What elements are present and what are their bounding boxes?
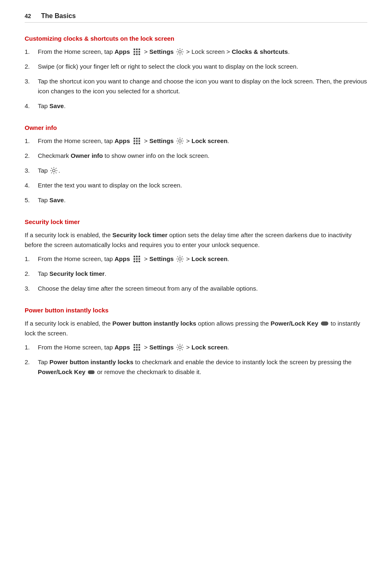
security-lock-timer-label: Security lock timer [49,270,104,277]
settings-label: Settings [150,137,174,144]
gear-icon [50,167,58,174]
settings-label: Settings [150,255,174,262]
settings-icon [176,344,184,351]
step-number: 3. [25,284,38,294]
power-lock-key-label: Power/Lock Key [38,368,85,375]
apps-grid [134,49,140,55]
apps-label: Apps [115,137,130,144]
step-number: 4. [25,180,38,190]
list-item: 3. Tap the shortcut icon you want to cha… [25,76,367,96]
list-item: 2. Tap Security lock timer. [25,269,367,279]
page-title: The Basics [41,12,76,20]
step-number: 1. [25,254,38,264]
settings-icon [176,255,184,263]
list-item: 1. From the Home screen, tap Apps > Sett… [25,47,367,57]
power-button-intro: If a security lock is enabled, the Power… [25,319,367,338]
page-number: 42 [25,13,35,19]
power-key-icon-small [88,370,95,374]
list-item: 5. Tap Save. [25,195,367,205]
section-security-lock-timer: Security lock timer If a security lock i… [25,218,367,294]
apps-icon [132,137,141,145]
step-content: Enter the text you want to display on th… [38,180,367,190]
svg-point-1 [179,140,181,142]
lock-clocks-shortcuts: Clocks & shortcuts [232,48,288,55]
save-label: Save [49,102,64,109]
steps-list-security: 1. From the Home screen, tap Apps > Sett… [25,254,367,294]
page-container: 42 The Basics Customizing clocks & short… [0,0,392,407]
step-content: Tap the shortcut icon you want to change… [38,76,367,96]
list-item: 2. Tap Power button instantly locks to c… [25,357,367,377]
lock-screen-label: Lock screen [191,255,228,262]
lock-screen-label: Lock screen [191,137,228,144]
section-title-owner-info: Owner info [25,124,367,131]
list-item: 2. Checkmark Owner info to show owner in… [25,151,367,161]
step-content: Tap Security lock timer. [38,269,367,279]
settings-label: Settings [150,344,174,351]
step-number: 2. [25,357,38,367]
list-item: 1. From the Home screen, tap Apps > Sett… [25,136,367,146]
step-content: Swipe (or flick) your finger left or rig… [38,62,367,72]
step-number: 3. [25,76,38,86]
apps-icon [132,48,141,55]
section-power-button: Power button instantly locks If a securi… [25,307,367,377]
steps-list-power: 1. From the Home screen, tap Apps > Sett… [25,342,367,377]
step-number: 5. [25,195,38,205]
section-customizing-clocks: Customizing clocks & shortcuts on the lo… [25,35,367,111]
step-content: Tap Save. [38,101,367,111]
step-number: 1. [25,342,38,352]
apps-label: Apps [115,344,130,351]
security-lock-timer-bold: Security lock timer [112,231,167,238]
list-item: 3. Tap . [25,166,367,176]
section-title-power-button: Power button instantly locks [25,307,367,314]
settings-label: Settings [150,48,174,55]
step-content: From the Home screen, tap Apps > Setting… [38,254,367,264]
svg-point-3 [179,258,181,260]
svg-point-4 [179,346,181,349]
steps-list-owner: 1. From the Home screen, tap Apps > Sett… [25,136,367,205]
step-number: 2. [25,151,38,161]
apps-label: Apps [115,255,130,262]
step-number: 3. [25,166,38,176]
power-button-locks-label: Power button instantly locks [49,358,133,365]
svg-point-2 [53,169,55,172]
step-number: 1. [25,47,38,57]
list-item: 1. From the Home screen, tap Apps > Sett… [25,254,367,264]
list-item: 4. Tap Save. [25,101,367,111]
section-owner-info: Owner info 1. From the Home screen, tap … [25,124,367,205]
steps-list-customizing: 1. From the Home screen, tap Apps > Sett… [25,47,367,111]
owner-info-label: Owner info [71,152,103,159]
step-number: 4. [25,101,38,111]
list-item: 1. From the Home screen, tap Apps > Sett… [25,342,367,352]
step-content: Checkmark Owner info to show owner info … [38,151,367,161]
step-content: From the Home screen, tap Apps > Setting… [38,342,367,352]
list-item: 4. Enter the text you want to display on… [25,180,367,190]
step-number: 2. [25,62,38,72]
step-content: Choose the delay time after the screen t… [38,284,367,294]
apps-grid [134,344,140,351]
step-content: Tap Power button instantly locks to chec… [38,357,367,377]
save-label: Save [49,196,64,203]
apps-icon [132,344,141,351]
security-lock-intro: If a security lock is enabled, the Secur… [25,230,367,250]
power-key-icon [321,321,328,326]
section-title-security-lock: Security lock timer [25,218,367,225]
section-title-customizing-clocks: Customizing clocks & shortcuts on the lo… [25,35,367,42]
power-lock-key-bold: Power/Lock Key [271,320,318,327]
page-header: 42 The Basics [25,12,367,23]
settings-icon [176,137,184,145]
settings-icon [176,48,184,55]
apps-icon [132,255,141,263]
step-number: 2. [25,269,38,279]
apps-grid [134,256,140,262]
lock-screen-label: Lock screen [191,344,228,351]
step-content: Tap . [38,166,367,176]
list-item: 2. Swipe (or flick) your finger left or … [25,62,367,72]
apps-label: Apps [115,48,130,55]
apps-grid [134,138,140,144]
step-content: From the Home screen, tap Apps > Setting… [38,47,367,57]
power-button-instantly-locks-bold: Power button instantly locks [112,320,196,327]
step-content: From the Home screen, tap Apps > Setting… [38,136,367,146]
svg-point-0 [179,51,181,53]
list-item: 3. Choose the delay time after the scree… [25,284,367,294]
step-number: 1. [25,136,38,146]
